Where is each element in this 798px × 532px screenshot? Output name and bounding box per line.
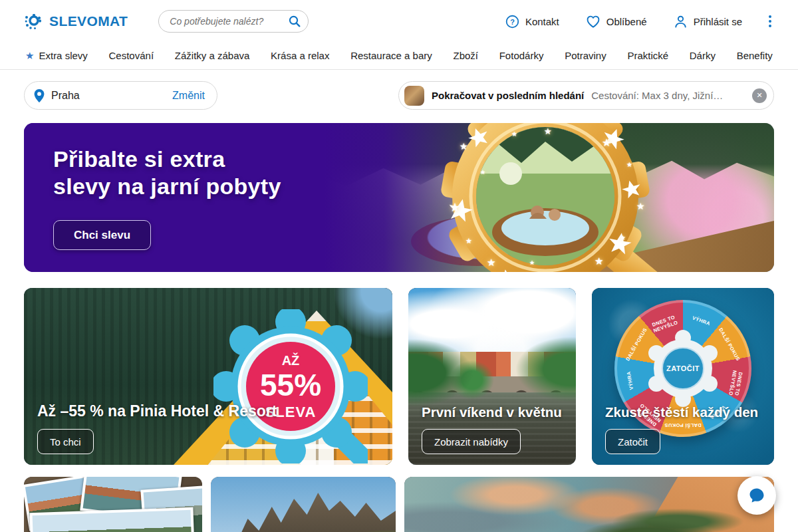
nav-label: Potraviny xyxy=(565,50,606,61)
nav-item-fotodarky[interactable]: Fotodárky xyxy=(499,50,544,61)
nav-item-potraviny[interactable]: Potraviny xyxy=(565,50,606,61)
card-title: Zkuste štěstí každý den xyxy=(605,404,765,420)
header: SLEVOMAT ? Kontakt Oblíbené xyxy=(0,0,798,43)
nav-item-extra-slevy[interactable]: ★ Extra slevy xyxy=(25,50,88,61)
slevomat-logo[interactable]: SLEVOMAT xyxy=(24,11,128,31)
nav-item-benefity[interactable]: Benefity xyxy=(737,50,773,61)
heart-icon xyxy=(586,15,600,29)
card-fortune-wheel[interactable]: VÝHRADALŠÍ POKUSDNES TO NEVYŠLOVÝHRADALŠ… xyxy=(592,288,774,465)
promo-cards-row: AŽ 55% SLEVA Až –55 % na Pinia Hotel & R… xyxy=(24,288,774,465)
nav-label: Dárky xyxy=(690,50,716,61)
badge-line1: AŽ xyxy=(282,352,300,368)
contact-link[interactable]: ? Kontakt xyxy=(505,15,559,29)
card-cta-button[interactable]: To chci xyxy=(37,429,94,454)
nav-item-zbozi[interactable]: Zboží xyxy=(453,50,478,61)
nav-item-zazitky[interactable]: Zážitky a zábava xyxy=(175,50,250,61)
nav-item-prakticke[interactable]: Praktické xyxy=(627,50,668,61)
wheel-center-label: ZATOČIT xyxy=(666,364,700,372)
card-cta-button[interactable]: Zatočit xyxy=(605,429,660,454)
location-pill[interactable]: Praha Změnit xyxy=(24,81,217,110)
card-rock-formation[interactable] xyxy=(211,477,396,532)
star-icon: ★ xyxy=(25,51,34,61)
hero-title-line2: slevy na jarní pobyty xyxy=(53,174,281,199)
hero-title-line1: Přibalte si extra xyxy=(53,146,225,172)
location-city: Praha xyxy=(51,90,80,102)
chat-bubble-icon xyxy=(747,486,766,505)
svg-text:?: ? xyxy=(510,17,515,25)
nav-item-darky[interactable]: Dárky xyxy=(690,50,716,61)
slevomat-gear-icon xyxy=(24,11,44,31)
search-icon[interactable] xyxy=(288,15,301,28)
secondary-cards-row xyxy=(24,477,774,532)
card-title: První víkend v květnu xyxy=(422,404,567,420)
nav-item-krasa[interactable]: Krása a relax xyxy=(271,50,329,61)
login-label: Přihlásit se xyxy=(694,16,742,27)
card-cta-button[interactable]: Zobrazit nabídky xyxy=(422,429,521,454)
nav-label: Cestování xyxy=(109,50,154,61)
last-search-pill[interactable]: Pokračovat v posledním hledání Cestování… xyxy=(398,81,774,110)
close-icon[interactable]: ✕ xyxy=(752,88,767,103)
user-icon xyxy=(674,15,688,29)
postcards-photo xyxy=(24,477,202,532)
nav-item-cestovani[interactable]: Cestování xyxy=(109,50,154,61)
hero-cta-button[interactable]: Chci slevu xyxy=(53,220,151,250)
chat-widget-button[interactable] xyxy=(737,476,776,515)
badge-line2: 55% xyxy=(260,368,321,402)
nav-label: Restaurace a bary xyxy=(350,50,432,61)
login-link[interactable]: Přihlásit se xyxy=(674,15,742,29)
rocks-photo xyxy=(211,477,396,532)
nav-label: Praktické xyxy=(627,50,668,61)
nav-label: Extra slevy xyxy=(39,50,87,61)
card-postcards[interactable] xyxy=(24,477,202,532)
card-title: Až –55 % na Pinia Hotel & Resort xyxy=(37,402,383,420)
last-search-thumbnail xyxy=(404,86,424,106)
change-location-link[interactable]: Změnit xyxy=(172,90,205,102)
nav-label: Krása a relax xyxy=(271,50,329,61)
nav-item-restaurace[interactable]: Restaurace a bary xyxy=(350,50,432,61)
nav-label: Fotodárky xyxy=(499,50,544,61)
search-input[interactable] xyxy=(158,10,309,33)
last-search-detail: Cestování: Max 3 dny, Jižní… xyxy=(591,90,745,101)
nav-label: Benefity xyxy=(737,50,773,61)
hero-title: Přibalte si extra slevy na jarní pobyty xyxy=(53,146,281,200)
nav-label: Zážitky a zábava xyxy=(175,50,250,61)
wheel-center-gear-icon: ZATOČIT xyxy=(644,330,722,407)
map-pin-icon xyxy=(33,88,45,103)
card-pinia-hotel[interactable]: AŽ 55% SLEVA Až –55 % na Pinia Hotel & R… xyxy=(24,288,392,465)
search-box xyxy=(158,10,309,33)
location-row: Praha Změnit Pokračovat v posledním hled… xyxy=(0,81,798,110)
more-menu-button[interactable] xyxy=(766,13,774,30)
main-nav: ★ Extra slevy Cestování Zážitky a zábava… xyxy=(0,43,798,70)
favorites-link[interactable]: Oblíbené xyxy=(586,15,647,29)
card-may-weekend[interactable]: První víkend v květnu Zobrazit nabídky xyxy=(408,288,576,465)
contact-label: Kontakt xyxy=(525,16,559,27)
help-icon: ? xyxy=(505,15,519,29)
header-links: ? Kontakt Oblíbené Přihlásit se xyxy=(505,15,742,29)
hero-banner[interactable]: ★ ★ ★ ★ ★ ★ ★ ★ ★ ★ ★ ★ ★ Přibalte si ex… xyxy=(24,123,774,272)
logo-text: SLEVOMAT xyxy=(49,13,128,29)
card-sunset-coast[interactable] xyxy=(404,477,774,532)
sunset-photo xyxy=(404,477,774,532)
last-search-title: Pokračovat v posledním hledání xyxy=(432,90,584,101)
nav-label: Zboží xyxy=(453,50,478,61)
favorites-label: Oblíbené xyxy=(606,16,647,27)
